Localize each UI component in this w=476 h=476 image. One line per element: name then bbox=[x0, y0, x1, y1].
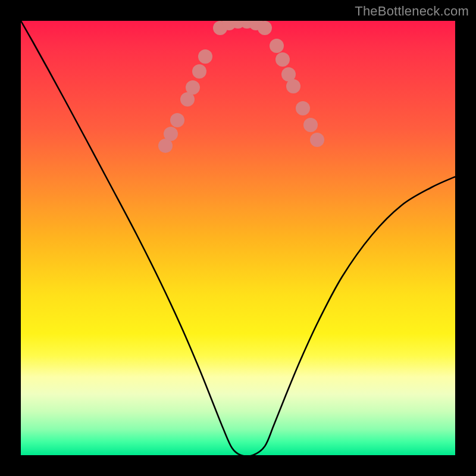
highlight-dot bbox=[258, 21, 272, 35]
highlight-dot bbox=[286, 79, 300, 93]
highlight-dot bbox=[275, 52, 290, 67]
chart-frame: TheBottleneck.com bbox=[0, 0, 476, 476]
highlight-dots-group bbox=[158, 21, 324, 153]
highlight-dot bbox=[164, 127, 178, 141]
highlight-dot bbox=[303, 118, 318, 132]
highlight-dot bbox=[296, 101, 310, 115]
highlight-dot bbox=[192, 64, 206, 79]
highlight-dot bbox=[170, 113, 184, 127]
chart-plot-area bbox=[21, 21, 455, 455]
highlight-dot bbox=[270, 39, 284, 53]
watermark-text: TheBottleneck.com bbox=[355, 4, 469, 19]
highlight-dot bbox=[310, 133, 324, 147]
bottleneck-curve-path bbox=[21, 21, 455, 455]
highlight-dot bbox=[186, 80, 200, 95]
chart-svg bbox=[21, 21, 455, 455]
highlight-dot bbox=[198, 49, 212, 64]
